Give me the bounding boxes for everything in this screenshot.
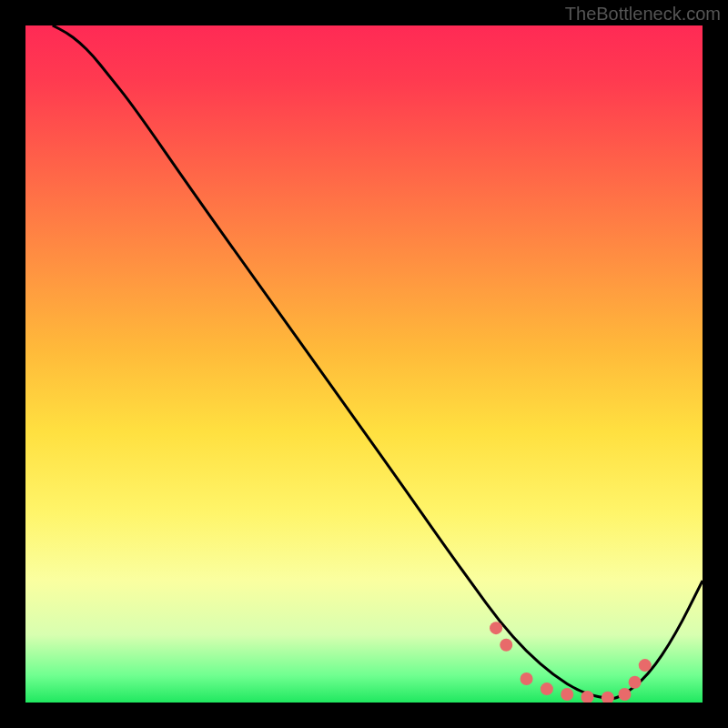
chart-marker-dot bbox=[602, 692, 614, 703]
watermark-text: TheBottleneck.com bbox=[565, 4, 721, 25]
chart-marker-dot bbox=[541, 682, 553, 695]
chart-markers-group bbox=[490, 622, 652, 703]
chart-marker-dot bbox=[490, 622, 502, 634]
chart-marker-dot bbox=[561, 688, 573, 701]
chart-marker-dot bbox=[639, 659, 652, 672]
chart-marker-dot bbox=[521, 672, 533, 685]
chart-marker-dot bbox=[500, 639, 512, 652]
chart-marker-dot bbox=[618, 688, 631, 701]
chart-svg bbox=[25, 25, 703, 703]
chart-plot-area bbox=[25, 25, 703, 703]
chart-marker-dot bbox=[629, 676, 642, 689]
chart-curve-line bbox=[53, 25, 703, 698]
